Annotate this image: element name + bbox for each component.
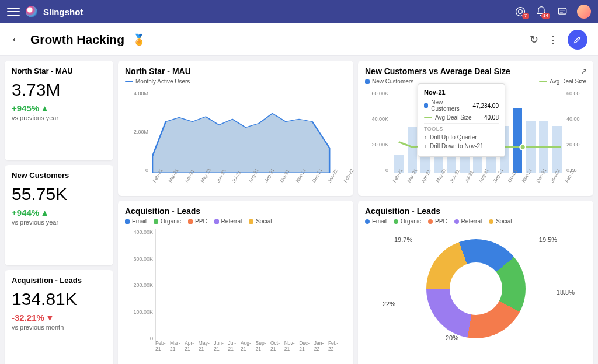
kpi-title: New Customers	[12, 171, 106, 180]
x-axis: Feb-21Mar-21Apr-21May-21Jun-21Jul-21Aug-…	[155, 340, 343, 352]
drill-down[interactable]: ↓ Drill Down to Nov-21	[424, 143, 499, 149]
chart-mau-area[interactable]: North Star - MAU Monthly Active Users 4.…	[118, 61, 353, 196]
chart-title: New Customers vs Average Deal Size	[365, 66, 586, 76]
kebab-icon[interactable]: ⋮	[548, 33, 558, 46]
drill-up[interactable]: ↑ Drill Up to Quarter	[424, 134, 499, 141]
y-axis-right: 60.0040.0020.000.00	[566, 90, 586, 173]
back-icon[interactable]: ←	[11, 33, 22, 46]
help-icon[interactable]: 7	[514, 5, 527, 18]
chart-title: Acquisition - Leads	[125, 206, 346, 216]
x-axis: Feb-21Mar-21Apr-21May-21Jun-21Jul-21Aug-…	[152, 181, 343, 186]
x-axis: Feb-21Mar-21Apr-21May-21Jun-21Jul-21Aug-…	[392, 181, 564, 186]
kpi-leads[interactable]: Acquisition - Leads 134.81K -32.21%▼ vs …	[5, 270, 113, 364]
chart-title: Acquisition - Leads	[365, 206, 586, 216]
ribbon-icon: 🏅	[133, 33, 145, 46]
y-axis: 400.00K300.00K200.00K100.00K0	[125, 229, 153, 341]
logo-icon	[26, 6, 37, 18]
edit-button[interactable]	[568, 30, 587, 50]
chart-title: North Star - MAU	[125, 66, 346, 76]
help-badge: 7	[522, 13, 529, 19]
kpi-sub: vs previous year	[12, 114, 106, 121]
kpi-value: 3.73M	[12, 80, 106, 100]
kpi-value: 134.81K	[12, 289, 106, 309]
kpi-title: North Star - MAU	[12, 66, 106, 75]
chart-tooltip: Nov-21 New Customers47,234.00 Avg Deal S…	[418, 83, 505, 157]
chart-leads-stacked[interactable]: Acquisition - Leads EmailOrganicPPCRefer…	[118, 201, 353, 364]
kpi-title: Acquisition - Leads	[12, 276, 106, 285]
expand-icon[interactable]: ↗	[580, 66, 587, 76]
kpi-sub: vs previous year	[12, 219, 106, 226]
kpi-value: 55.75K	[12, 184, 106, 204]
menu-icon[interactable]	[7, 8, 20, 16]
bell-icon[interactable]: 14	[535, 5, 548, 18]
kpi-delta: +944%▲	[12, 208, 106, 218]
chat-icon[interactable]	[556, 5, 569, 18]
kpi-mau[interactable]: North Star - MAU 3.73M +945%▲ vs previou…	[5, 61, 113, 160]
y-axis-left: 60.00K40.00K20.00K0	[365, 90, 388, 173]
topbar: Slingshot 7 14	[0, 0, 598, 23]
kpi-sub: vs previous month	[12, 324, 106, 331]
kpi-new-customers[interactable]: New Customers 55.75K +944%▲ vs previous …	[5, 165, 113, 265]
svg-rect-2	[558, 8, 566, 14]
title-bar: ← Growth Hacking 🏅 ↻ ⋮	[0, 23, 598, 56]
y-axis: 4.00M2.00M0	[125, 90, 148, 173]
kpi-delta: -32.21%▼	[12, 313, 106, 323]
avatar[interactable]	[577, 5, 591, 19]
bell-badge: 14	[541, 13, 550, 19]
chart-customers-deal[interactable]: ↗ New Customers vs Average Deal Size New…	[358, 61, 593, 196]
svg-point-1	[519, 10, 523, 14]
page-title: Growth Hacking	[30, 33, 124, 47]
kpi-delta: +945%▲	[12, 103, 106, 113]
chart-leads-donut[interactable]: Acquisition - Leads EmailOrganicPPCRefer…	[358, 201, 593, 364]
refresh-icon[interactable]: ↻	[530, 33, 538, 46]
app-name: Slingshot	[43, 7, 83, 17]
